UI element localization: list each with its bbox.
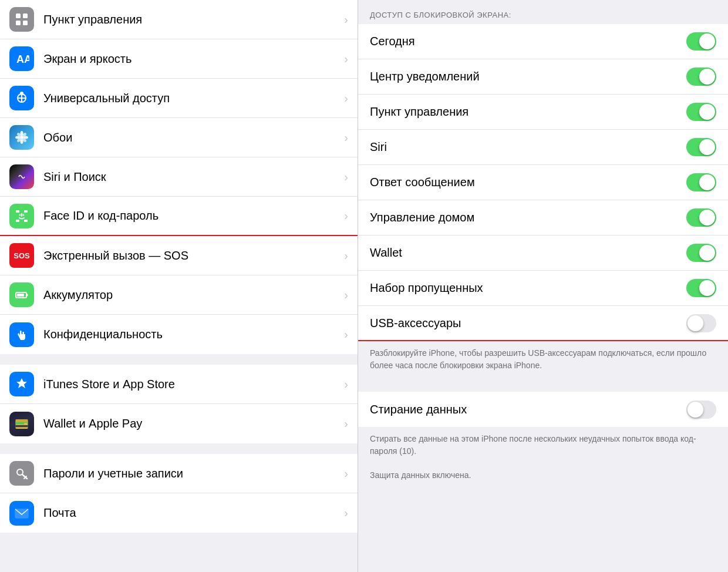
hand-icon — [14, 327, 29, 342]
toggle-home[interactable] — [686, 208, 716, 227]
toggle-today[interactable] — [686, 32, 716, 51]
appstore-icon — [14, 376, 29, 392]
sidebar-item-label: Аккумулятор — [43, 288, 339, 302]
toggle-group-main: Сегодня Центр уведомлений Пункт управлен… — [358, 24, 728, 341]
sidebar-item-label: Экран и яркость — [43, 52, 339, 66]
access-icon-box — [9, 86, 34, 110]
svg-rect-19 — [16, 210, 19, 213]
screen-icon-box: AA — [9, 46, 34, 71]
toggle-group-erase: Стирание данных — [358, 392, 728, 427]
appstore-icon-box — [9, 372, 34, 396]
sidebar-item-punkt[interactable]: Пункт управления › — [0, 0, 358, 39]
chevron-icon: › — [344, 92, 348, 105]
erase-description1: Стирать все данные на этом iPhone после … — [358, 427, 728, 467]
toggle-item-reply: Ответ сообщением — [358, 165, 728, 200]
sidebar-item-label: Пароли и учетные записи — [43, 467, 339, 480]
toggle-control[interactable] — [686, 103, 716, 121]
settings-group-2: iTunes Store и App Store › Wallet и Appl… — [0, 365, 358, 443]
toggle-label: USB-аксессуары — [370, 317, 686, 330]
sidebar-item-label: Siri и Поиск — [43, 170, 339, 184]
sidebar-item-label: Face ID и код-пароль — [43, 209, 339, 223]
section-gap — [358, 381, 728, 392]
toggle-missed[interactable] — [686, 279, 716, 297]
sidebar-item-battery[interactable]: Аккумулятор › — [0, 275, 358, 315]
toggle-label: Набор пропущенных — [370, 281, 686, 295]
chevron-icon: › — [344, 506, 348, 520]
svg-rect-21 — [16, 220, 19, 222]
erase-description2: Защита данных включена. — [358, 467, 728, 491]
svg-rect-30 — [15, 419, 28, 422]
faceid-icon-box — [9, 204, 34, 228]
svg-rect-27 — [26, 294, 28, 297]
chevron-icon: › — [344, 378, 348, 391]
toggle-siri[interactable] — [686, 138, 716, 156]
toggle-notif[interactable] — [686, 68, 716, 86]
sidebar-item-privacy[interactable]: Конфиденциальность › — [0, 315, 358, 354]
chevron-icon: › — [344, 13, 348, 26]
sidebar-item-sos[interactable]: SOS Экстренный вызов — SOS › — [0, 236, 358, 275]
toggle-item-wallet: Wallet — [358, 235, 728, 271]
usb-description: Разблокируйте iPhone, чтобы разрешить US… — [358, 341, 728, 381]
accessibility-icon — [14, 90, 29, 106]
toggle-item-erase: Стирание данных — [358, 392, 728, 427]
mail-icon — [14, 506, 29, 521]
settings-group-3: Пароли и учетные записи › Почта › — [0, 454, 358, 533]
svg-line-37 — [24, 477, 25, 479]
chevron-icon: › — [344, 249, 348, 263]
svg-point-23 — [19, 214, 21, 216]
flower-icon — [14, 130, 29, 145]
siri-icon-box — [9, 164, 34, 189]
mail-icon-box — [9, 501, 34, 526]
toggle-label: Siri — [370, 140, 686, 154]
control-center-icon-box — [9, 7, 34, 32]
toggle-wallet[interactable] — [686, 244, 716, 262]
sidebar-item-label: Wallet и Apple Pay — [43, 417, 339, 430]
sidebar-item-passwords[interactable]: Пароли и учетные записи › — [0, 454, 358, 493]
left-panel: Пункт управления › AA Экран и яркость › — [0, 0, 358, 572]
sidebar-item-label: Конфиденциальность — [43, 328, 339, 341]
erase-label: Стирание данных — [370, 403, 686, 416]
sidebar-item-label: Экстренный вызов — SOS — [43, 249, 339, 263]
sidebar-item-access[interactable]: Универсальный доступ › — [0, 79, 358, 118]
sidebar-item-label: iTunes Store и App Store — [43, 378, 339, 391]
faceid-icon — [14, 208, 29, 224]
sidebar-item-wallet[interactable]: Wallet и Apple Pay › — [0, 404, 358, 443]
right-panel: ДОСТУП С БЛОКИРОВКОЙ ЭКРАНА: Сегодня Цен… — [358, 0, 728, 572]
chevron-icon: › — [344, 170, 348, 184]
sidebar-item-label: Обои — [43, 131, 339, 144]
sidebar-item-siri[interactable]: Siri и Поиск › — [0, 157, 358, 197]
svg-text:AA: AA — [16, 53, 29, 65]
toggle-item-today: Сегодня — [358, 24, 728, 59]
wallet-icon-box — [9, 412, 34, 436]
sos-text: SOS — [14, 251, 29, 260]
toggle-erase[interactable] — [686, 401, 716, 419]
toggle-label: Центр уведомлений — [370, 70, 686, 83]
chevron-icon: › — [344, 288, 348, 302]
toggle-label: Wallet — [370, 246, 686, 260]
toggle-usb[interactable] — [686, 314, 716, 332]
toggle-reply[interactable] — [686, 173, 716, 191]
sidebar-item-faceid[interactable]: Face ID и код-пароль › — [0, 197, 358, 236]
toggle-item-missed: Набор пропущенных — [358, 271, 728, 306]
toggle-label: Сегодня — [370, 35, 686, 48]
svg-rect-32 — [15, 425, 28, 427]
settings-group-1: Пункт управления › AA Экран и яркость › — [0, 0, 358, 354]
key-icon — [14, 466, 29, 481]
sidebar-item-mail[interactable]: Почта › — [0, 493, 358, 533]
sidebar-item-wallpaper[interactable]: Обои › — [0, 118, 358, 157]
sidebar-item-screen[interactable]: AA Экран и яркость › — [0, 39, 358, 79]
wallpaper-icon-box — [9, 125, 34, 150]
chevron-icon: › — [344, 52, 348, 66]
siri-icon — [14, 169, 29, 184]
sidebar-item-itunes[interactable]: iTunes Store и App Store › — [0, 365, 358, 404]
svg-rect-0 — [16, 14, 21, 18]
svg-rect-2 — [16, 21, 21, 25]
screen-icon: AA — [14, 51, 29, 66]
key-icon-box — [9, 461, 34, 486]
chevron-icon: › — [344, 131, 348, 144]
sidebar-item-label: Пункт управления — [43, 13, 339, 26]
privacy-icon-box — [9, 322, 34, 347]
sos-icon-box: SOS — [9, 243, 34, 268]
control-center-icon — [14, 12, 29, 27]
section-header: ДОСТУП С БЛОКИРОВКОЙ ЭКРАНА: — [358, 0, 728, 24]
